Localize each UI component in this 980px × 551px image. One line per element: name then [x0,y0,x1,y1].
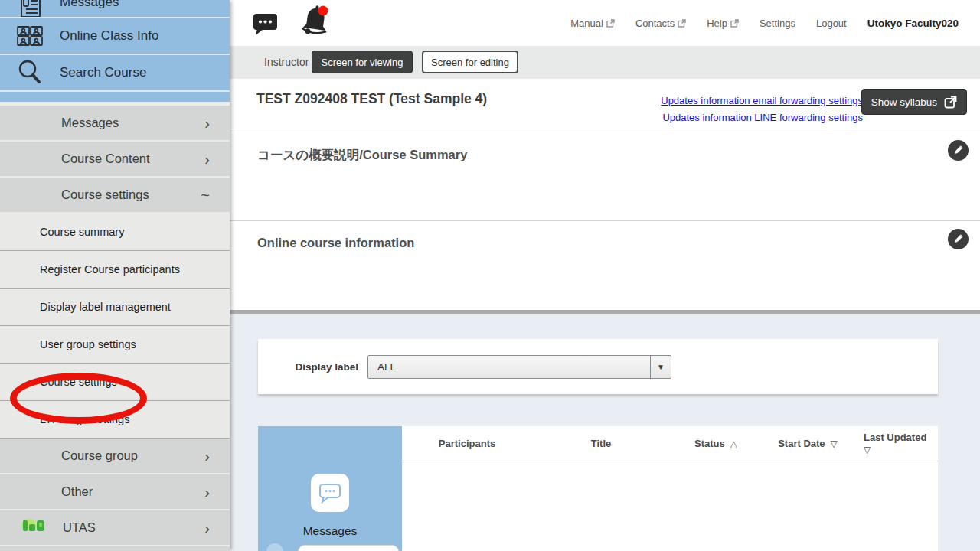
edit-course-summary-button[interactable] [948,140,969,161]
people-grid-icon [15,24,44,47]
nav-manual[interactable]: Manual [570,18,615,29]
menu-label: UTAS [63,520,96,535]
display-label-select[interactable]: ALL ▼ [368,355,671,379]
menu-label: Messages [61,116,119,130]
chevron-down-icon: ~ [201,187,210,203]
sidebar-group-course-content[interactable]: Course Content › [0,142,230,178]
column-header-title: Title [532,426,670,461]
sidebar: Messages Online Class Info Search Course [0,0,230,551]
partial-avatar-circle [266,543,283,551]
show-syllabus-button[interactable]: Show syllabus [861,89,967,115]
sidebar-item-register-course-participants[interactable]: Register Course participants [0,251,230,289]
nav-help[interactable]: Help [707,18,739,29]
table-header-row: Participants Title Status △ Start Date ▽… [402,426,938,461]
nav-label: Help [707,18,727,29]
menu-label: Other [61,484,93,499]
chevron-right-icon: › [204,116,210,131]
pencil-icon [952,145,964,156]
course-title-bar: TEST Z092408 TEST (Test Sample 4) Update… [230,79,980,132]
main-content: Manual Contacts Help Settings Logout Uto… [230,0,980,551]
top-nav: Manual Contacts Help Settings Logout Uto… [570,0,959,46]
sidebar-item-label: Online Class Info [60,28,158,44]
display-label-text: Display label [258,361,358,373]
chat-bubble-icon [311,474,349,512]
sidebar-item-course-summary[interactable]: Course summary [0,214,230,251]
sidebar-item-lti-usage-settings[interactable]: LTI usage settings [0,401,230,439]
sidebar-item-search-course[interactable]: Search Course [0,55,230,92]
sidebar-item-online-class-info[interactable]: Online Class Info [0,18,230,55]
sidebar-group-other[interactable]: Other › [0,474,230,510]
column-label: Title [591,438,612,449]
chevron-right-icon: › [204,520,210,536]
column-label: Start Date [778,438,825,449]
chevron-right-icon: › [204,448,210,464]
sort-ascending-icon[interactable]: △ [730,439,737,449]
column-header-participants: Participants [402,426,532,461]
search-icon [15,59,44,86]
online-course-info-section: Online course information [230,220,980,310]
bell-notification-icon[interactable] [300,4,331,42]
column-header-status: Status △ [670,426,762,461]
submenu-label: User group settings [40,338,136,350]
sidebar-item-user-group-settings[interactable]: User group settings [0,326,230,364]
sidebar-item-display-label-management[interactable]: Display label management [0,289,230,326]
nav-label: Manual [570,18,603,29]
chevron-right-icon: › [204,152,210,167]
role-label: Instructor [264,56,309,68]
section-heading: Online course information [257,236,414,250]
partial-search-field[interactable] [298,545,399,551]
sidebar-group-course-group[interactable]: Course group › [0,439,230,474]
sidebar-group-utas[interactable]: UTAS › [0,510,230,546]
sidebar-group-messages[interactable]: Messages › [0,106,230,142]
submenu-label: Display label management [40,301,171,313]
select-arrow-button[interactable]: ▼ [650,356,671,378]
nav-settings[interactable]: Settings [760,18,795,29]
sort-descending-icon[interactable]: ▽ [864,444,938,457]
column-header-last-updated: Last Updated ▽ [854,426,938,461]
nav-label: Logout [816,18,847,29]
nav-logout[interactable]: Logout [816,18,847,29]
submenu-label: Register Course participants [40,263,180,276]
menu-label: Course Content [61,152,150,166]
external-link-icon [606,19,615,28]
tab-screen-for-viewing[interactable]: Screen for viewing [312,51,413,73]
external-link-icon [678,19,686,28]
notepad-icon [15,0,44,18]
messages-table-panel: Messages Participants Title Status △ Sta… [258,426,938,551]
nav-contacts[interactable]: Contacts [635,18,686,29]
submenu-label: Course summary [40,226,124,238]
chevron-right-icon: › [204,484,210,500]
submenu-label: LTI usage settings [40,413,129,425]
column-label: Status [694,438,725,449]
nav-label: Settings [760,18,795,29]
submenu-label: Course settings [40,376,117,388]
pencil-icon [952,233,964,245]
section-heading: コースの概要説明/Course Summary [257,147,467,164]
display-label-filter-panel: Display label ALL ▼ [258,339,938,394]
messages-panel-label: Messages [258,524,402,538]
sidebar-item-course-settings[interactable]: Course settings [0,364,230,401]
sidebar-item-label: Search Course [60,65,146,80]
username: Utokyo Faculty020 [867,18,959,29]
line-forwarding-settings-link[interactable]: Updates information LINE forwarding sett… [661,109,863,126]
external-link-icon [730,19,739,28]
sort-descending-icon[interactable]: ▽ [831,439,838,449]
edit-online-course-info-button[interactable] [948,229,969,249]
course-title: TEST Z092408 TEST (Test Sample 4) [256,91,487,107]
email-forwarding-settings-link[interactable]: Updates information email forwarding set… [661,93,863,109]
course-summary-section: コースの概要説明/Course Summary [230,132,980,220]
caret-down-icon: ▼ [657,363,665,371]
selected-option: ALL [377,361,396,373]
chat-bubble-icon[interactable] [253,11,279,39]
messages-panel-tab[interactable]: Messages [258,426,402,551]
top-header: Manual Contacts Help Settings Logout Uto… [230,0,980,46]
sidebar-item-messages-top[interactable]: Messages [0,0,230,18]
sidebar-group-course-settings[interactable]: Course settings ~ [0,178,230,214]
tab-screen-for-editing[interactable]: Screen for editing [422,51,518,73]
sidebar-item-label: Messages [60,0,119,10]
column-label: Participants [439,438,495,449]
sidebar-spacer [0,92,230,102]
update-links: Updates information email forwarding set… [661,93,863,126]
column-header-start-date: Start Date ▽ [762,426,854,461]
menu-label: Course group [61,448,138,463]
